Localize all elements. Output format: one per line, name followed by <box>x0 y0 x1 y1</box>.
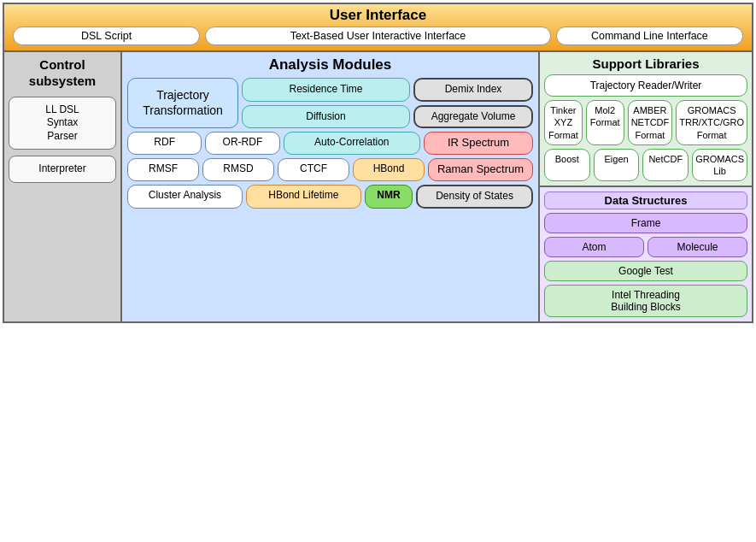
tinker-box[interactable]: Tinker XYZ Format <box>544 100 583 145</box>
molecule-box[interactable]: Molecule <box>648 237 747 257</box>
rmsd-box[interactable]: RMSD <box>202 158 274 181</box>
cluster-analysis-box[interactable]: Cluster Analysis <box>127 185 243 209</box>
dsl-script-button[interactable]: DSL Script <box>13 27 200 45</box>
gromacs-lib-box[interactable]: GROMACS Lib <box>692 149 747 182</box>
textbased-ui-button[interactable]: Text-Based User Interactive Interface <box>205 27 551 45</box>
diffusion-box[interactable]: Diffusion <box>242 105 410 129</box>
mol2-box[interactable]: Mol2 Format <box>586 100 624 145</box>
cli-button[interactable]: Command Line Interface <box>556 27 743 45</box>
main-row: Control subsystem LL DSL Syntax Parser I… <box>4 52 752 321</box>
support-title: Support Libraries <box>544 56 747 71</box>
ir-spectrum-box[interactable]: IR Spectrum <box>424 132 533 155</box>
ui-header-title: User Interface <box>330 7 426 24</box>
rdf-box[interactable]: RDF <box>127 132 202 155</box>
data-structures-panel: Data Structures Frame Atom Molecule Goog… <box>540 186 752 321</box>
frame-box[interactable]: Frame <box>544 213 747 233</box>
interpreter-box: Interpreter <box>9 156 116 183</box>
trajectory-rw-box[interactable]: Trajectory Reader/Writer <box>544 74 747 97</box>
analysis-grid: Trajectory Transformation Residence Time… <box>127 78 533 209</box>
analysis-row-2: RDF OR-RDF Auto-Correlation IR Spectrum <box>127 132 533 155</box>
netcdf-box[interactable]: NetCDF <box>642 149 689 182</box>
control-title: Control subsystem <box>29 57 96 90</box>
main-container: User Interface DSL Script Text-Based Use… <box>3 3 753 323</box>
ui-header-buttons: DSL Script Text-Based User Interactive I… <box>9 24 747 48</box>
ui-header-section: User Interface DSL Script Text-Based Use… <box>4 4 752 52</box>
support-format-row: Tinker XYZ Format Mol2 Format AMBER NETC… <box>544 100 747 145</box>
nmr-box[interactable]: NMR <box>365 185 413 209</box>
analysis-row-3: RMSF RMSD CTCF HBond Raman Spectrum <box>127 158 533 181</box>
hbond-box[interactable]: HBond <box>353 158 425 181</box>
trajectory-transform-box[interactable]: Trajectory Transformation <box>127 78 238 128</box>
atom-box[interactable]: Atom <box>544 237 644 257</box>
analysis-panel: Analysis Modules Trajectory Transformati… <box>122 52 540 321</box>
gromacs-trr-box[interactable]: GROMACS TRR/XTC/GRO Format <box>676 100 747 145</box>
amber-box[interactable]: AMBER NETCDF Format <box>628 100 673 145</box>
atom-molecule-row: Atom Molecule <box>544 237 747 257</box>
raman-spectrum-box[interactable]: Raman Spectrum <box>428 158 533 181</box>
right-column: Support Libraries Trajectory Reader/Writ… <box>540 52 752 321</box>
data-structures-title: Data Structures <box>544 191 747 209</box>
analysis-title: Analysis Modules <box>127 56 533 74</box>
demix-index-box[interactable]: Demix Index <box>413 78 533 102</box>
ctcf-box[interactable]: CTCF <box>278 158 349 181</box>
or-rdf-box[interactable]: OR-RDF <box>205 132 279 155</box>
residence-time-box[interactable]: Residence Time <box>242 78 410 102</box>
support-lib-row: Boost Eigen NetCDF GROMACS Lib <box>544 149 747 182</box>
aggregate-volume-box[interactable]: Aggregate Volume <box>413 105 533 129</box>
support-panel: Support Libraries Trajectory Reader/Writ… <box>540 52 752 186</box>
density-of-states-box[interactable]: Density of States <box>416 185 533 209</box>
google-test-box[interactable]: Google Test <box>544 261 747 281</box>
analysis-row-1: Trajectory Transformation Residence Time… <box>127 78 533 128</box>
eigen-box[interactable]: Eigen <box>594 149 640 182</box>
autocorrelation-box[interactable]: Auto-Correlation <box>284 132 421 155</box>
analysis-row-4: Cluster Analysis HBond Lifetime NMR Dens… <box>127 185 533 209</box>
parser-box: LL DSL Syntax Parser <box>9 97 116 150</box>
rmsf-box[interactable]: RMSF <box>127 158 199 181</box>
tbb-box[interactable]: Intel Threading Building Blocks <box>544 285 747 317</box>
control-panel: Control subsystem LL DSL Syntax Parser I… <box>4 52 122 321</box>
hbond-lifetime-box[interactable]: HBond Lifetime <box>246 185 361 209</box>
boost-box[interactable]: Boost <box>544 149 590 182</box>
